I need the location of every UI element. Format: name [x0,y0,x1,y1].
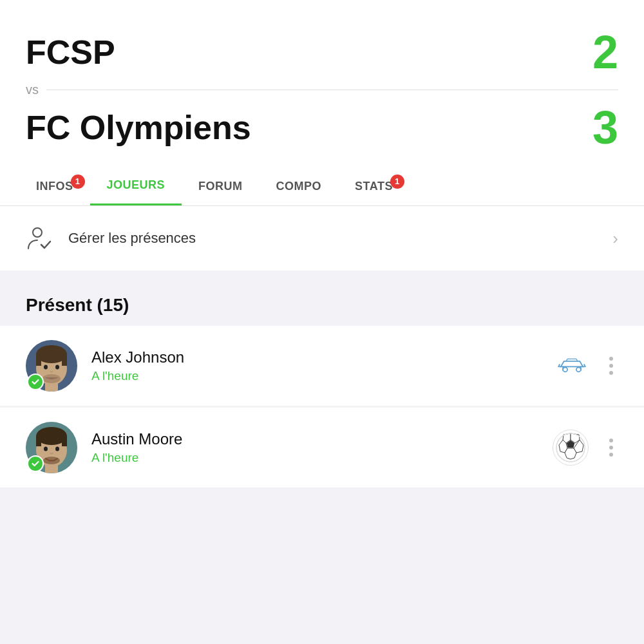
austin-more-button[interactable] [604,433,618,462]
vs-row: vs [26,82,618,97]
stats-badge: 1 [390,175,404,189]
team2-row: FC Olympiens 3 [26,101,618,154]
tabs-bar: INFOS 1 JOUEURS FORUM COMPO STATS 1 [0,167,644,206]
manage-label: Gérer les présences [68,230,612,247]
more-dot [609,371,613,375]
svg-rect-17 [62,436,67,446]
alex-name: Alex Johnson [91,348,555,366]
svg-point-10 [563,367,567,372]
content-area: Gérer les présences › Présent (15) [0,206,644,644]
svg-point-8 [55,365,59,370]
present-section-header: Présent (15) [0,277,644,326]
svg-point-0 [33,228,42,237]
more-dot [609,439,613,442]
team1-row: FCSP 2 [26,26,618,79]
manage-presences-row[interactable]: Gérer les présences › [0,206,644,270]
svg-point-7 [44,365,48,370]
manage-icon [26,224,54,252]
more-dot [609,364,613,368]
tab-forum[interactable]: FORUM [182,168,260,205]
team2-score: 3 [592,101,618,154]
tab-compo[interactable]: COMPO [260,168,339,205]
austin-status: A l'heure [91,451,553,465]
alex-info: Alex Johnson A l'heure [91,348,555,383]
more-dot [609,357,613,361]
svg-marker-27 [565,448,576,459]
svg-rect-5 [36,354,41,366]
vs-label: vs [26,82,39,97]
alex-more-button[interactable] [604,352,618,380]
tab-stats[interactable]: STATS 1 [338,168,410,205]
vs-divider [46,90,618,90]
svg-point-18 [44,447,48,451]
alex-car-icon [555,353,589,379]
team1-name: FCSP [26,33,115,71]
infos-badge: 1 [71,175,85,189]
more-dot [609,446,613,450]
player-item: Alex Johnson A l'heure [0,326,644,406]
chevron-right-icon: › [612,229,618,249]
team1-score: 2 [592,26,618,79]
austin-ball-icon [553,430,589,466]
svg-rect-16 [36,436,41,446]
score-section: FCSP 2 vs FC Olympiens 3 [0,0,644,167]
alex-avatar-container [26,340,77,392]
austin-name: Austin Moore [91,430,553,448]
alex-status: A l'heure [91,369,555,383]
austin-avatar-container [26,422,77,473]
player-list: Alex Johnson A l'heure [0,326,644,488]
svg-point-20 [43,457,60,464]
austin-status-badge [27,455,44,472]
tab-joueurs[interactable]: JOUEURS [90,167,182,205]
player-item: Austin Moore A l'heure [0,408,644,488]
tab-infos[interactable]: INFOS 1 [19,168,90,205]
svg-point-19 [55,447,59,451]
team2-name: FC Olympiens [26,108,251,147]
alex-status-badge [27,374,44,390]
svg-point-11 [576,367,581,372]
more-dot [609,453,613,457]
austin-info: Austin Moore A l'heure [91,430,553,465]
present-title: Présent (15) [26,295,129,315]
tabs-container: INFOS 1 JOUEURS FORUM COMPO STATS 1 [19,167,625,205]
svg-rect-6 [62,354,67,366]
svg-point-9 [43,374,61,383]
